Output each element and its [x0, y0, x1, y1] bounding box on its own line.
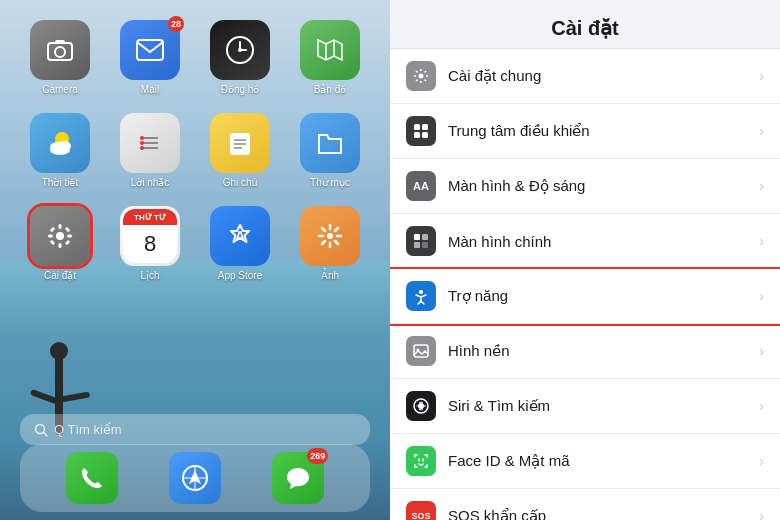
settings-icon-img [30, 206, 90, 266]
svg-rect-31 [50, 227, 56, 233]
svg-marker-8 [318, 40, 342, 60]
maps-icon-img [300, 20, 360, 80]
svg-rect-59 [422, 242, 428, 248]
svg-point-19 [140, 141, 144, 145]
svg-rect-57 [422, 234, 428, 240]
app-icon-maps[interactable]: Bản đồ [290, 20, 370, 95]
app-icon-appstore[interactable]: A App Store [200, 206, 280, 281]
maps-label: Bản đồ [314, 84, 347, 95]
app-icon-mail[interactable]: 28 Mail [110, 20, 190, 95]
weather-icon-img [30, 113, 90, 173]
settings-faceid-icon [406, 446, 436, 476]
svg-rect-53 [422, 124, 428, 130]
svg-point-36 [327, 233, 333, 239]
svg-point-20 [140, 146, 144, 150]
svg-rect-32 [65, 227, 71, 233]
settings-label: Cài đặt [44, 270, 76, 281]
settings-item-control-center[interactable]: Trung tâm điều khiển › [390, 104, 780, 159]
settings-panel: Cài đặt C [390, 0, 780, 520]
settings-siri-icon [406, 391, 436, 421]
settings-faceid-chevron: › [759, 453, 764, 469]
settings-display-label: Màn hình & Độ sáng [448, 177, 759, 195]
clock-icon-img [210, 20, 270, 80]
dock: 269 [20, 444, 370, 512]
svg-text:A: A [235, 228, 245, 244]
appstore-label: App Store [218, 270, 262, 281]
settings-item-accessibility[interactable]: Trợ năng › [390, 269, 780, 324]
svg-point-64 [418, 403, 424, 409]
files-icon-img [300, 113, 360, 173]
svg-point-65 [416, 405, 418, 407]
settings-item-sos[interactable]: SOS SOS khẩn cấp › [390, 489, 780, 520]
settings-sos-icon: SOS [406, 501, 436, 520]
svg-point-51 [419, 74, 424, 79]
settings-control-label: Trung tâm điều khiển [448, 122, 759, 140]
settings-wallpaper-chevron: › [759, 343, 764, 359]
svg-rect-33 [50, 240, 56, 246]
appstore-icon-img: A [210, 206, 270, 266]
svg-rect-55 [422, 132, 428, 138]
settings-item-siri[interactable]: Siri & Tìm kiếm › [390, 379, 780, 434]
dock-messages[interactable]: 269 [272, 452, 324, 504]
svg-rect-34 [65, 240, 71, 246]
settings-accessibility-chevron: › [759, 288, 764, 304]
svg-line-44 [322, 241, 325, 244]
settings-item-wallpaper[interactable]: Hình nền › [390, 324, 780, 379]
dock-phone[interactable] [66, 452, 118, 504]
app-icon-calendar[interactable]: THỨ TƯ 8 Lịch [110, 206, 190, 281]
settings-siri-chevron: › [759, 398, 764, 414]
reminders-label: Lời nhắc [131, 177, 170, 188]
app-icon-clock[interactable]: Đồng hồ [200, 20, 280, 95]
app-icon-settings[interactable]: Cài đặt [20, 206, 100, 281]
svg-rect-56 [414, 234, 420, 240]
settings-siri-label: Siri & Tìm kiếm [448, 397, 759, 415]
settings-sos-chevron: › [759, 508, 764, 520]
notes-icon-img [210, 113, 270, 173]
app-icon-notes[interactable]: Ghi chú [200, 113, 280, 188]
camera-icon-img [30, 20, 90, 80]
clock-label: Đồng hồ [221, 84, 260, 95]
svg-point-1 [55, 47, 65, 57]
svg-point-18 [140, 136, 144, 140]
settings-wallpaper-label: Hình nền [448, 342, 759, 360]
person-head [50, 342, 68, 360]
svg-rect-54 [414, 132, 420, 138]
settings-home-icon [406, 226, 436, 256]
svg-line-46 [44, 432, 48, 436]
search-bar[interactable]: Q Tìm kiếm [20, 414, 370, 445]
settings-item-homescreen[interactable]: Màn hình chính › [390, 214, 780, 269]
settings-item-display[interactable]: AA Màn hình & Độ sáng › [390, 159, 780, 214]
svg-rect-2 [55, 40, 65, 44]
app-icon-photos[interactable]: Ảnh [290, 206, 370, 281]
settings-header: Cài đặt [390, 0, 780, 49]
svg-rect-27 [59, 224, 62, 229]
app-icon-reminders[interactable]: Lời nhắc [110, 113, 190, 188]
mail-label: Mail [141, 84, 159, 95]
settings-control-icon [406, 116, 436, 146]
svg-point-14 [50, 145, 70, 155]
settings-control-chevron: › [759, 123, 764, 139]
settings-display-icon: AA [406, 171, 436, 201]
app-icon-weather[interactable]: Thời tiết [20, 113, 100, 188]
calendar-icon-img: THỨ TƯ 8 [120, 206, 180, 266]
settings-list: Cài đặt chung › Trung tâm điều khiển › A… [390, 49, 780, 520]
files-label: Thư mục [310, 177, 350, 188]
settings-home-label: Màn hình chính [448, 233, 759, 250]
iphone-screen: Camera 28 Mail Đồng hồ [0, 0, 390, 520]
settings-item-general[interactable]: Cài đặt chung › [390, 49, 780, 104]
photos-icon-img [300, 206, 360, 266]
svg-point-66 [424, 405, 426, 407]
settings-wallpaper-icon [406, 336, 436, 366]
search-bar-text: Q Tìm kiếm [54, 422, 122, 437]
dock-safari[interactable] [169, 452, 221, 504]
app-icon-camera[interactable]: Camera [20, 20, 100, 95]
settings-accessibility-icon [406, 281, 436, 311]
settings-item-faceid[interactable]: Face ID & Mật mã › [390, 434, 780, 489]
svg-rect-58 [414, 242, 420, 248]
svg-rect-52 [414, 124, 420, 130]
settings-general-chevron: › [759, 68, 764, 84]
svg-rect-30 [67, 235, 72, 238]
mail-icon-img: 28 [120, 20, 180, 80]
app-grid: Camera 28 Mail Đồng hồ [0, 10, 390, 291]
app-icon-files[interactable]: Thư mục [290, 113, 370, 188]
